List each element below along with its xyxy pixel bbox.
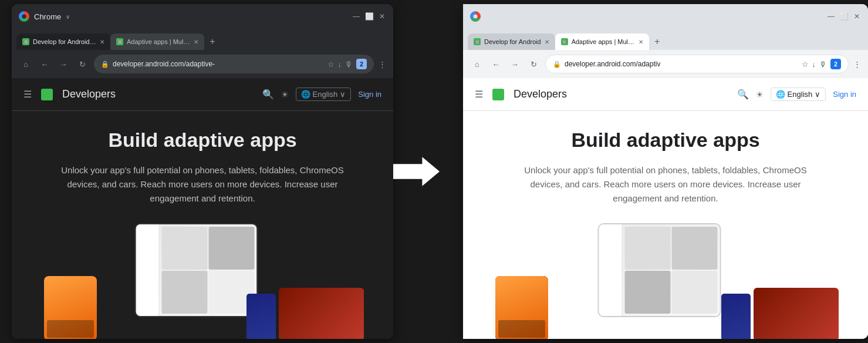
dark-tab2-label: Adaptive apps | Multidev... xyxy=(127,38,190,45)
light-theme-toggle[interactable]: ☀ xyxy=(756,90,764,99)
light-tab-bar: 🤖 Develop for Android ✕ 🤖 Adaptive apps … xyxy=(463,29,868,50)
light-tab2-label: Adaptive apps | Multi... xyxy=(572,38,635,45)
dark-phone-left xyxy=(44,276,97,339)
dark-theme-toggle[interactable]: ☀ xyxy=(281,90,289,99)
dark-maximize-btn[interactable]: ⬜ xyxy=(365,12,373,21)
light-small-phone xyxy=(721,294,751,339)
dark-address-field[interactable]: 🔒 developer.android.com/adaptive- ☆ ↓ 🎙 … xyxy=(94,55,374,73)
light-url-text: developer.android.com/adaptiv xyxy=(565,60,660,68)
dark-search-icon[interactable]: 🔍 xyxy=(262,89,274,100)
light-address-icons: ☆ ↓ 🎙 2 xyxy=(802,59,842,69)
light-sign-in[interactable]: Sign in xyxy=(833,90,856,99)
light-minimize-btn[interactable]: — xyxy=(827,12,835,21)
scene: Chrome ∨ — ⬜ ✕ 🤖 Develop for Android | A… xyxy=(0,0,868,343)
dark-forward-btn[interactable]: → xyxy=(56,57,70,71)
dark-page-content: ☰ Developers 🔍 ☀ 🌐 English ∨ Sign in xyxy=(12,78,393,339)
dark-home-btn[interactable]: ⌂ xyxy=(19,57,33,71)
light-home-btn[interactable]: ⌂ xyxy=(470,57,484,71)
dark-url-text: developer.android.com/adaptive- xyxy=(113,60,215,68)
light-address-field[interactable]: 🔒 developer.android.com/adaptiv ☆ ↓ 🎙 2 xyxy=(545,55,849,73)
light-hero: Build adaptive apps Unlock your app's fu… xyxy=(463,111,868,339)
svg-marker-0 xyxy=(393,157,440,186)
browser-light: — ⬜ ✕ 🤖 Develop for Android ✕ 🤖 Adaptive… xyxy=(463,4,868,339)
light-security-icon: 🔒 xyxy=(553,60,561,68)
dark-tab-1[interactable]: 🤖 Develop for Android | And... ✕ xyxy=(16,33,110,50)
light-window-controls: — ⬜ ✕ xyxy=(827,12,861,21)
dark-tablet-mock xyxy=(135,223,258,317)
dark-tab2-favicon: 🤖 xyxy=(116,38,123,45)
light-close-btn[interactable]: ✕ xyxy=(853,12,861,21)
light-menu-icon[interactable]: ⋮ xyxy=(853,60,861,69)
dark-bookmark-icon[interactable]: ☆ xyxy=(327,60,335,69)
dark-language-btn[interactable]: 🌐 English ∨ xyxy=(296,88,352,101)
dark-browser-title: Chrome xyxy=(34,12,61,21)
dark-address-bar: ⌂ ← → ↻ 🔒 developer.android.com/adaptive… xyxy=(12,50,393,78)
chrome-logo-dark xyxy=(19,11,29,22)
light-devices-area xyxy=(487,223,845,339)
light-site-nav: ☰ Developers 🔍 ☀ 🌐 English ∨ Sign in xyxy=(463,78,868,111)
middle-panel xyxy=(393,0,440,343)
light-android-logo xyxy=(492,89,504,100)
dark-tab-add[interactable]: + xyxy=(204,33,221,50)
dark-tab-2[interactable]: 🤖 Adaptive apps | Multidev... ✕ xyxy=(110,33,204,50)
light-forward-btn[interactable]: → xyxy=(508,57,522,71)
dark-site-title: Developers xyxy=(62,88,116,100)
light-mic-icon[interactable]: 🎙 xyxy=(819,60,827,69)
dark-hamburger-icon[interactable]: ☰ xyxy=(23,89,32,100)
dark-lang-chevron: ∨ xyxy=(340,90,346,99)
dark-back-btn[interactable]: ← xyxy=(38,57,52,71)
dark-title-chevron: ∨ xyxy=(66,14,70,20)
light-tab-1[interactable]: 🤖 Develop for Android ✕ xyxy=(468,33,555,50)
dark-minimize-btn[interactable]: — xyxy=(352,12,360,21)
light-language-btn[interactable]: 🌐 English ∨ xyxy=(771,88,826,101)
light-extension-badge[interactable]: 2 xyxy=(830,59,841,69)
light-download-icon[interactable]: ↓ xyxy=(812,60,816,69)
dark-sign-in[interactable]: Sign in xyxy=(358,90,381,99)
dark-tab1-favicon: 🤖 xyxy=(22,38,29,45)
light-refresh-btn[interactable]: ↻ xyxy=(526,57,541,71)
light-tab-add[interactable]: + xyxy=(649,33,666,50)
light-bookmark-icon[interactable]: ☆ xyxy=(802,60,809,69)
dark-tab1-label: Develop for Android | And... xyxy=(33,38,96,45)
browser-dark: Chrome ∨ — ⬜ ✕ 🤖 Develop for Android | A… xyxy=(12,4,393,339)
dark-hero: Build adaptive apps Unlock your app's fu… xyxy=(12,111,393,339)
light-site-nav-right: 🔍 ☀ 🌐 English ∨ Sign in xyxy=(737,88,856,101)
light-tab1-close[interactable]: ✕ xyxy=(545,39,549,45)
dark-lang-label: English xyxy=(313,90,338,99)
light-search-icon[interactable]: 🔍 xyxy=(737,89,749,100)
light-tab-2[interactable]: 🤖 Adaptive apps | Multi... ✕ xyxy=(555,33,649,50)
light-page-content: ☰ Developers 🔍 ☀ 🌐 English ∨ Sign in xyxy=(463,78,868,339)
light-hero-title: Build adaptive apps xyxy=(571,129,759,152)
light-tab1-label: Develop for Android xyxy=(484,38,541,45)
light-tab1-favicon: 🤖 xyxy=(474,38,481,45)
dark-window-controls: — ⬜ ✕ xyxy=(352,12,386,21)
dark-close-btn[interactable]: ✕ xyxy=(378,12,386,21)
light-tablet-screen xyxy=(599,224,720,316)
dark-devices-area xyxy=(35,223,370,339)
dark-tab1-close[interactable]: ✕ xyxy=(100,39,104,45)
dark-refresh-btn[interactable]: ↻ xyxy=(75,57,89,71)
light-hero-subtitle: Unlock your app's full potential on phon… xyxy=(519,163,812,206)
left-panel: Chrome ∨ — ⬜ ✕ 🤖 Develop for Android | A… xyxy=(0,0,393,343)
light-lang-label: English xyxy=(788,90,813,99)
right-panel: — ⬜ ✕ 🤖 Develop for Android ✕ 🤖 Adaptive… xyxy=(440,0,868,343)
light-tablet-mock xyxy=(598,223,721,317)
dark-site-nav-right: 🔍 ☀ 🌐 English ∨ Sign in xyxy=(262,88,381,101)
dark-site-nav: ☰ Developers 🔍 ☀ 🌐 English ∨ Sign in xyxy=(12,78,393,111)
light-back-btn[interactable]: ← xyxy=(489,57,503,71)
light-hamburger-icon[interactable]: ☰ xyxy=(475,89,483,100)
light-maximize-btn[interactable]: ⬜ xyxy=(840,12,848,21)
dark-tab2-close[interactable]: ✕ xyxy=(194,39,198,45)
dark-download-icon[interactable]: ↓ xyxy=(338,60,342,69)
dark-address-icons: ☆ ↓ 🎙 2 xyxy=(327,59,367,69)
dark-extension-badge[interactable]: 2 xyxy=(356,59,367,69)
light-lang-chevron: ∨ xyxy=(815,90,820,99)
light-tab2-close[interactable]: ✕ xyxy=(639,39,643,45)
light-address-bar: ⌂ ← → ↻ 🔒 developer.android.com/adaptiv … xyxy=(463,50,868,78)
dark-tab-bar: 🤖 Develop for Android | And... ✕ 🤖 Adapt… xyxy=(12,29,393,50)
dark-mic-icon[interactable]: 🎙 xyxy=(345,60,353,69)
dark-small-phone xyxy=(246,294,276,339)
light-tab2-favicon: 🤖 xyxy=(561,38,568,45)
dark-menu-icon[interactable]: ⋮ xyxy=(379,60,386,69)
dark-hero-title: Build adaptive apps xyxy=(108,129,296,152)
